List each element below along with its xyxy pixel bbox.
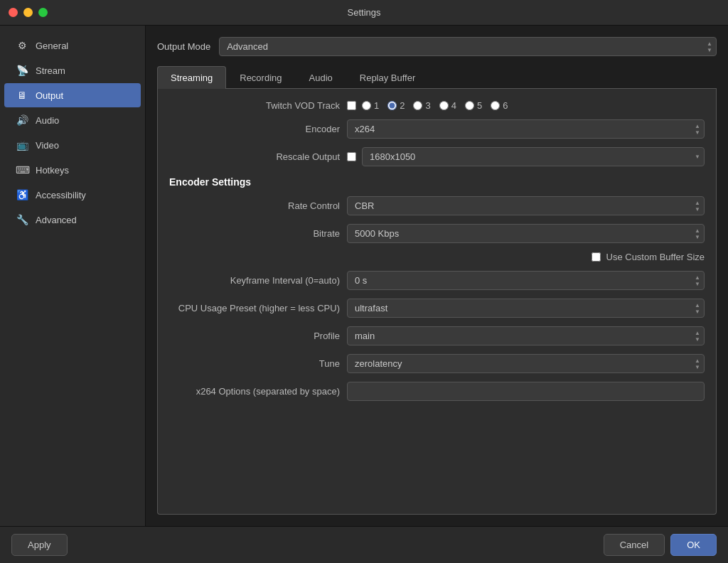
rescale-group: 1680x1050 1920x1080 1280x720 ▼ <box>347 147 705 166</box>
tab-recording[interactable]: Recording <box>226 66 295 89</box>
profile-label: Profile <box>169 331 340 341</box>
tabs-bar: Streaming Recording Audio Replay Buffer <box>157 66 717 89</box>
cpu-preset-label: CPU Usage Preset (higher = less CPU) <box>169 303 340 313</box>
close-button[interactable] <box>9 8 18 17</box>
output-mode-label: Output Mode <box>157 41 210 52</box>
minimize-button[interactable] <box>23 8 33 17</box>
tab-streaming[interactable]: Streaming <box>157 66 226 89</box>
bitrate-row: Bitrate ▲ ▼ <box>169 224 705 243</box>
profile-row: Profile baseline main high ▲ ▼ <box>169 326 705 345</box>
rescale-select[interactable]: 1680x1050 1920x1080 1280x720 <box>362 147 705 166</box>
track-4-radio[interactable] <box>439 101 449 110</box>
tab-audio[interactable]: Audio <box>296 66 346 89</box>
rate-control-row: Rate Control CBR VBR ABR CRF CQP ▲ ▼ <box>169 196 705 215</box>
bottom-left-actions: Apply <box>11 534 68 556</box>
output-mode-select[interactable]: Simple Advanced <box>219 37 717 56</box>
sidebar-item-output[interactable]: 🖥 Output <box>4 83 141 107</box>
custom-buffer-checkbox[interactable] <box>592 252 601 262</box>
accessibility-icon: ♿ <box>16 189 28 200</box>
keyframe-select[interactable]: 0 s 1 s 2 s 3 s 4 s 5 s <box>347 271 705 290</box>
cancel-button[interactable]: Cancel <box>604 534 665 556</box>
profile-select[interactable]: baseline main high <box>347 326 705 345</box>
keyframe-label: Keyframe Interval (0=auto) <box>169 275 340 286</box>
window-controls <box>9 8 48 17</box>
twitch-vod-control: 1 2 3 4 5 <box>347 100 705 111</box>
encoder-label: Encoder <box>169 124 340 134</box>
track-1-label[interactable]: 1 <box>362 100 379 111</box>
ok-button[interactable]: OK <box>670 534 717 556</box>
encoder-settings-title: Encoder Settings <box>169 176 705 188</box>
tune-select-wrapper: film animation grain stillimage fastdeco… <box>347 354 705 373</box>
output-icon: 🖥 <box>16 90 28 101</box>
x264-options-label: x264 Options (separated by space) <box>169 386 340 397</box>
track-2-radio[interactable] <box>387 101 397 110</box>
content-area: Output Mode Simple Advanced ▲ ▼ Streamin… <box>146 26 728 526</box>
sidebar-item-audio[interactable]: 🔊 Audio <box>4 108 141 132</box>
hotkeys-icon: ⌨ <box>16 164 28 176</box>
track-5-radio[interactable] <box>465 101 474 110</box>
sidebar-label-hotkeys: Hotkeys <box>36 165 69 176</box>
tune-select[interactable]: film animation grain stillimage fastdeco… <box>347 354 705 373</box>
cpu-preset-control: ultrafast superfast veryfast faster fast… <box>347 299 705 318</box>
sidebar-label-advanced: Advanced <box>36 215 77 225</box>
x264-options-control <box>347 382 705 401</box>
keyframe-select-wrapper: 0 s 1 s 2 s 3 s 4 s 5 s ▲ ▼ <box>347 271 705 290</box>
twitch-vod-checkbox[interactable] <box>347 101 356 110</box>
sidebar-item-stream[interactable]: 📡 Stream <box>4 58 141 82</box>
track-2-label[interactable]: 2 <box>387 100 405 111</box>
window-title: Settings <box>348 7 381 18</box>
tune-row: Tune film animation grain stillimage fas… <box>169 354 705 373</box>
sidebar-item-accessibility[interactable]: ♿ Accessibility <box>4 183 141 207</box>
track-5-label[interactable]: 5 <box>465 100 482 111</box>
rate-control-select[interactable]: CBR VBR ABR CRF CQP <box>347 196 705 215</box>
track-radio-group: 1 2 3 4 5 <box>362 100 508 111</box>
output-mode-select-wrapper: Simple Advanced ▲ ▼ <box>219 37 717 56</box>
sidebar: ⚙ General 📡 Stream 🖥 Output 🔊 Audio 📺 Vi… <box>0 26 146 526</box>
sidebar-item-general[interactable]: ⚙ General <box>4 33 141 58</box>
cpu-preset-row: CPU Usage Preset (higher = less CPU) ult… <box>169 299 705 318</box>
rate-control-label: Rate Control <box>169 200 340 211</box>
stream-icon: 📡 <box>16 65 28 76</box>
apply-button[interactable]: Apply <box>11 534 68 556</box>
track-6-label[interactable]: 6 <box>491 100 508 111</box>
keyframe-row: Keyframe Interval (0=auto) 0 s 1 s 2 s 3… <box>169 271 705 290</box>
rate-control-select-wrapper: CBR VBR ABR CRF CQP ▲ ▼ <box>347 196 705 215</box>
vod-track-group: 1 2 3 4 5 <box>347 100 705 111</box>
track-3-radio[interactable] <box>413 101 422 110</box>
bitrate-input[interactable] <box>347 224 705 243</box>
bitrate-control: ▲ ▼ <box>347 224 705 243</box>
encoder-select[interactable]: x264 NVENC H.264 AMD HW H.264 <box>347 119 705 139</box>
streaming-settings-panel: Twitch VOD Track 1 2 3 <box>157 89 717 515</box>
rescale-checkbox[interactable] <box>347 152 356 161</box>
advanced-icon: 🔧 <box>16 214 28 225</box>
bottom-right-actions: Cancel OK <box>604 534 717 556</box>
tab-replay-buffer[interactable]: Replay Buffer <box>346 66 429 89</box>
track-6-radio[interactable] <box>491 101 500 110</box>
track-4-label[interactable]: 4 <box>439 100 456 111</box>
encoder-control: x264 NVENC H.264 AMD HW H.264 ▲ ▼ <box>347 119 705 139</box>
track-3-label[interactable]: 3 <box>413 100 430 111</box>
encoder-select-wrapper: x264 NVENC H.264 AMD HW H.264 ▲ ▼ <box>347 119 705 139</box>
gear-icon: ⚙ <box>16 40 28 51</box>
cpu-preset-select[interactable]: ultrafast superfast veryfast faster fast… <box>347 299 705 318</box>
bitrate-select-wrapper: ▲ ▼ <box>347 224 705 243</box>
keyframe-control: 0 s 1 s 2 s 3 s 4 s 5 s ▲ ▼ <box>347 271 705 290</box>
sidebar-label-video: Video <box>36 140 59 151</box>
custom-buffer-row: Use Custom Buffer Size <box>169 252 705 262</box>
bitrate-label: Bitrate <box>169 228 340 239</box>
sidebar-label-accessibility: Accessibility <box>36 190 86 200</box>
sidebar-item-hotkeys[interactable]: ⌨ Hotkeys <box>4 158 141 182</box>
encoder-row: Encoder x264 NVENC H.264 AMD HW H.264 ▲ … <box>169 119 705 139</box>
tune-label: Tune <box>169 358 340 369</box>
rescale-row: Rescale Output 1680x1050 1920x1080 1280x… <box>169 147 705 166</box>
x264-options-input[interactable] <box>347 382 705 401</box>
sidebar-label-general: General <box>36 41 68 51</box>
sidebar-label-audio: Audio <box>36 115 59 126</box>
maximize-button[interactable] <box>38 8 48 17</box>
track-1-radio[interactable] <box>362 101 371 110</box>
video-icon: 📺 <box>16 139 28 151</box>
sidebar-item-advanced[interactable]: 🔧 Advanced <box>4 208 141 232</box>
twitch-vod-row: Twitch VOD Track 1 2 3 <box>169 100 705 111</box>
sidebar-item-video[interactable]: 📺 Video <box>4 133 141 157</box>
rate-control-control: CBR VBR ABR CRF CQP ▲ ▼ <box>347 196 705 215</box>
